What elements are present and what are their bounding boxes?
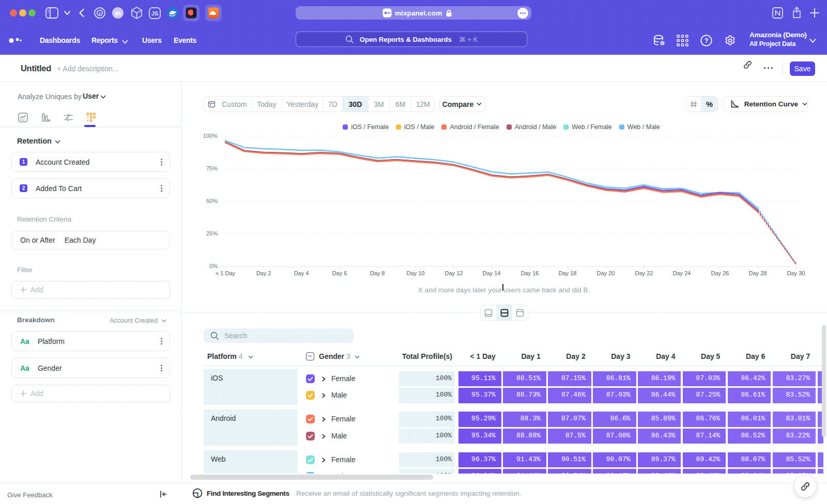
svg-text:m: m <box>115 9 121 17</box>
svg-text:JS: JS <box>151 10 158 17</box>
svg-text:?: ? <box>705 37 709 44</box>
